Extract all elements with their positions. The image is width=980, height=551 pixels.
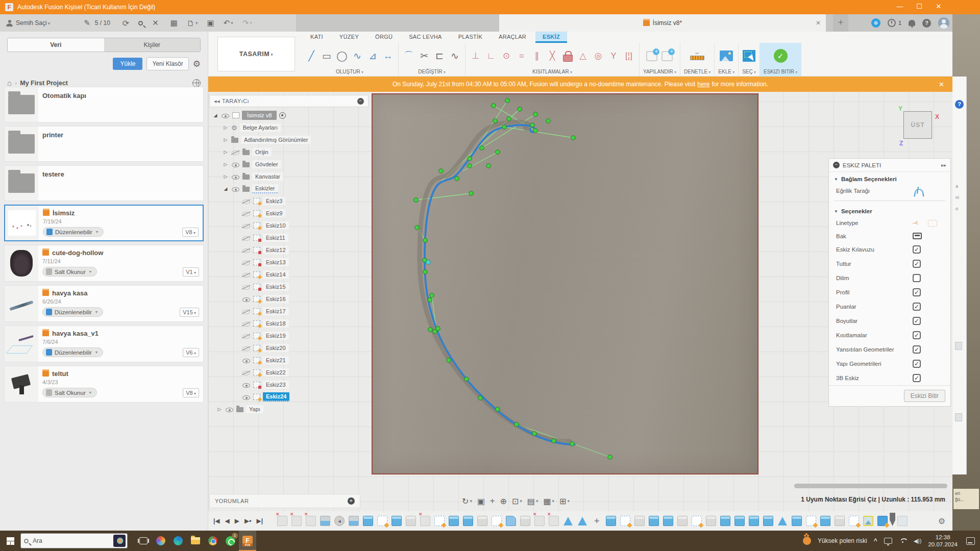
visibility-eye-icon[interactable]	[242, 381, 251, 389]
timeline-feature-cube-26[interactable]	[649, 516, 659, 526]
timeline-feature-gray-17[interactable]	[520, 516, 530, 526]
sketch-row-eskiz15[interactable]: Eskiz15	[209, 281, 369, 293]
timeline-feature-sketch-24[interactable]	[620, 516, 630, 526]
hidden-icons-chevron[interactable]: ^	[874, 537, 877, 544]
expander-icon[interactable]: ◢	[212, 113, 218, 118]
browser-node-label[interactable]: Eskizler	[252, 184, 278, 193]
ribbon-group-label[interactable]: ESKIZI BITIR	[764, 69, 797, 77]
whatsapp-button[interactable]: 1	[222, 531, 239, 551]
visibility-eye-icon[interactable]	[242, 295, 251, 303]
checkbox[interactable]: ✓	[913, 288, 921, 296]
linetype-centerline-icon[interactable]	[913, 219, 923, 227]
display-settings-icon[interactable]: ▤	[527, 496, 538, 506]
sketch-row-eskiz20[interactable]: Eskiz20	[209, 342, 369, 354]
sketch-label[interactable]: Eskiz17	[263, 307, 289, 315]
timeline-feature-cube-8[interactable]	[391, 516, 402, 526]
sketch-label[interactable]: Eskiz18	[263, 319, 289, 328]
timeline-feature-gray-39[interactable]	[835, 516, 845, 526]
sketch-label[interactable]: Eskiz21	[263, 356, 289, 364]
ribbon-tab-örgü[interactable]: ÖRGÜ	[368, 32, 400, 43]
sketch-row-eskiz11[interactable]: Eskiz11	[209, 232, 369, 244]
visibility-eye-icon[interactable]	[242, 271, 251, 279]
sketch-row-eskiz3[interactable]: Eskiz3	[209, 195, 369, 207]
browser-node-label[interactable]: Adlandırılmış Görünümler	[241, 136, 311, 144]
redo-icon[interactable]: ↷	[242, 18, 252, 28]
fit-icon[interactable]: ⊡	[512, 496, 522, 506]
ribbon-tab-yüzey[interactable]: YÜZEY	[332, 32, 366, 43]
sketch-row-eskiz21[interactable]: Eskiz21	[209, 354, 369, 366]
add-comment-icon[interactable]: +	[348, 497, 355, 505]
weather-pollen-icon[interactable]	[803, 537, 811, 545]
palette-section-options[interactable]: ▼ Seçenekler	[829, 204, 950, 216]
coincident-icon[interactable]: ⊥	[469, 48, 482, 64]
playback-0[interactable]: |◀	[213, 517, 220, 524]
ribbon-group-label[interactable]: DENETLE	[684, 69, 710, 77]
sketch-label[interactable]: Eskiz12	[263, 246, 289, 254]
timeline-feature-cube-38[interactable]	[820, 516, 830, 526]
notification-clock-icon[interactable]	[888, 19, 896, 27]
browser-node-label[interactable]: Yapı	[246, 405, 263, 413]
timeline-feature-imgsel-41[interactable]	[863, 516, 873, 526]
maximize-button[interactable]: ☐	[910, 0, 929, 14]
horizontal-scrollbar[interactable]	[794, 484, 947, 488]
upload-button[interactable]: Yükle	[113, 58, 142, 70]
finish-sketch-icon[interactable]: ✓	[774, 48, 788, 64]
insert-canvas-icon[interactable]	[720, 48, 733, 64]
palette-expand-icon[interactable]: ▸▸	[941, 162, 946, 168]
browser-collapse-icon[interactable]: ◂◂	[214, 98, 220, 105]
action-center-icon[interactable]	[966, 537, 975, 545]
refresh-icon[interactable]: ⟳	[122, 18, 129, 28]
linetype-construction-icon[interactable]	[928, 220, 937, 227]
sketch-row-eskiz13[interactable]: Eskiz13	[209, 256, 369, 268]
access-badge[interactable]: Düzenlenebilir	[43, 227, 104, 237]
checkbox[interactable]: ✓	[913, 303, 921, 311]
timeline-feature-cube-36[interactable]	[792, 516, 802, 526]
ribbon-tab-sac-levha[interactable]: SAC LEVHA	[402, 32, 449, 43]
timeline-feature-gray-30[interactable]	[706, 516, 716, 526]
task-view-button[interactable]	[135, 531, 152, 551]
fix-lock-icon[interactable]	[561, 48, 574, 64]
browser-node-yapi[interactable]: ▷Yapı	[209, 403, 369, 415]
sketch-label[interactable]: Eskiz15	[263, 283, 289, 291]
sketch-row-eskiz17[interactable]: Eskiz17	[209, 305, 369, 317]
playback-2[interactable]: ▶	[235, 517, 239, 524]
browser-node-label[interactable]: Orijin	[252, 148, 272, 156]
trim-icon[interactable]: ✂	[418, 48, 431, 64]
visibility-eye-icon[interactable]	[242, 234, 251, 242]
new-file-icon[interactable]: 🗋	[187, 19, 198, 28]
checkbox[interactable]: ✓	[913, 245, 921, 254]
configure-icon[interactable]	[645, 48, 658, 64]
timeline-feature-sketch-15[interactable]	[492, 516, 502, 526]
freeform-icon[interactable]: ∿	[448, 48, 461, 64]
sketch-row-eskiz12[interactable]: Eskiz12	[209, 244, 369, 256]
file-card-teltut[interactable]: teltut4/3/23Salt OkunurV8	[4, 366, 204, 403]
cancel-icon[interactable]: ✕	[152, 18, 159, 28]
document-tab-close-icon[interactable]: ✕	[816, 19, 821, 27]
expander-icon[interactable]: ▷	[216, 407, 223, 412]
search-icon[interactable]	[138, 21, 143, 26]
file-card-havya-kasa[interactable]: havya kasa6/26/24DüzenlenebilirV15	[4, 285, 204, 322]
ribbon-tab-kati[interactable]: KATI	[303, 32, 330, 43]
ribbon-group-label[interactable]: KISITLAMALAR	[532, 69, 572, 77]
ribbon-group-label[interactable]: DEĞİŞTİR	[418, 69, 445, 77]
look-at-icon[interactable]	[913, 233, 922, 239]
visibility-eye-icon[interactable]	[242, 222, 251, 230]
timeline-feature-cube-27[interactable]	[663, 516, 673, 526]
circle-icon[interactable]: ◯	[335, 48, 349, 64]
ribbon-tab-eski̇z[interactable]: ESKİZ	[535, 32, 567, 43]
sketch-row-eskiz23[interactable]: Eskiz23	[209, 379, 369, 391]
expander-icon[interactable]: ▷	[223, 162, 229, 167]
timeline-feature-sketch-7[interactable]	[377, 516, 387, 526]
offset-icon[interactable]: ⊏	[433, 48, 446, 64]
finish-sketch-button[interactable]: Eskizi Bitir	[904, 390, 945, 402]
timeline-feature-back-4[interactable]	[334, 516, 345, 526]
timeline-feature-tri-21[interactable]	[577, 516, 587, 526]
dimension-icon[interactable]: ↔	[381, 48, 395, 64]
tab-data[interactable]: Veri	[8, 38, 104, 52]
access-badge[interactable]: Salt Okunur	[42, 388, 97, 397]
sketch-row-eskiz9[interactable]: Eskiz9	[209, 207, 369, 219]
timeline-feature-sketch-37[interactable]	[806, 516, 816, 526]
timeline-feature-err-0[interactable]	[277, 516, 287, 526]
weather-text[interactable]: Yüksek polen riski	[818, 537, 867, 544]
timeline-feature-sketch-40[interactable]	[849, 516, 859, 526]
